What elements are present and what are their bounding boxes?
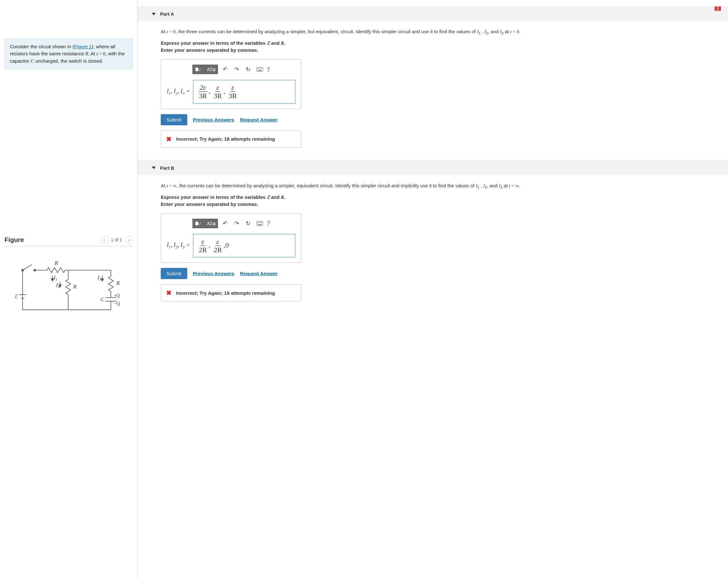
greek-symbols-button[interactable]: ΑΣφ: [205, 65, 218, 74]
part-a-feedback-text: Incorrect; Try Again; 18 attempts remain…: [176, 136, 275, 142]
svg-point-43: [261, 222, 262, 223]
svg-marker-21: [101, 279, 104, 281]
svg-text:I3: I3: [97, 275, 101, 281]
textbook-icon[interactable]: [714, 6, 722, 12]
figure-prev-button[interactable]: ‹: [100, 235, 108, 244]
answer-toolbar: √ ΑΣφ ↶ ↷ ↻ ?: [167, 65, 295, 74]
part-a-answer-box: √ ΑΣφ ↶ ↷ ↻ ? I1, I2, I3 =: [161, 59, 301, 109]
reset-icon[interactable]: ↻: [244, 219, 253, 228]
svg-point-33: [259, 68, 260, 69]
part-a-header[interactable]: Part A: [138, 6, 728, 21]
greek-symbols-button[interactable]: ΑΣφ: [205, 219, 218, 228]
svg-line-1: [23, 265, 32, 270]
undo-icon[interactable]: ↶: [221, 65, 230, 74]
svg-point-34: [260, 68, 261, 69]
part-a-question: At t = 0, the three currents can be dete…: [161, 28, 722, 36]
undo-icon[interactable]: ↶: [221, 219, 230, 228]
part-b-request-answer-link[interactable]: Request Answer: [240, 271, 278, 276]
help-icon[interactable]: ?: [267, 220, 270, 227]
label-Rright: R: [116, 280, 120, 286]
svg-point-35: [261, 68, 262, 69]
svg-text:I1: I1: [53, 275, 57, 281]
svg-point-2: [22, 270, 24, 271]
keyboard-icon[interactable]: [256, 65, 264, 74]
part-b-submit-button[interactable]: Submit: [161, 268, 187, 279]
part-a-answer-input[interactable]: 2ε3R, ε3R, ε3R: [193, 80, 295, 104]
svg-rect-31: [257, 68, 263, 72]
svg-rect-39: [257, 221, 263, 225]
caret-down-icon: [152, 13, 156, 15]
figure-counter: 1 of 1: [111, 237, 122, 242]
figure-heading: Figure ‹ 1 of 1 ›: [4, 235, 133, 246]
intro-text: Consider the circuit shown in (: [10, 44, 74, 49]
keyboard-icon[interactable]: [256, 219, 264, 228]
part-b-answer-input[interactable]: ε2R, ε2R,0: [193, 234, 295, 258]
part-b-feedback: ✖ Incorrect; Try Again; 19 attempts rema…: [161, 284, 301, 301]
svg-point-40: [258, 222, 258, 223]
figure-link[interactable]: Figure 1: [74, 44, 92, 49]
part-b-header[interactable]: Part B: [138, 160, 728, 175]
part-a-title: Part A: [160, 11, 174, 17]
x-icon: ✖: [166, 289, 172, 297]
svg-point-32: [258, 68, 258, 69]
figure-title: Figure: [4, 236, 24, 244]
svg-rect-29: [196, 68, 198, 71]
help-icon[interactable]: ?: [267, 66, 270, 73]
math-templates-button[interactable]: √: [192, 65, 205, 74]
caret-down-icon: [152, 167, 156, 169]
answer-label-b: I1, I2, I3 =: [167, 242, 190, 250]
circuit-figure: R R R I1 I2 I3 ℰ C +Q −Q: [4, 252, 133, 317]
part-a-hint: Express your answer in terms of the vari…: [161, 40, 722, 53]
label-Rtop: R: [54, 260, 58, 266]
part-a-feedback: ✖ Incorrect; Try Again; 18 attempts rema…: [161, 130, 301, 148]
part-b-hint: Express your answer in terms of the vari…: [161, 194, 722, 207]
part-b-question: At t = ∞, the currents can be determined…: [161, 182, 722, 190]
part-b-title: Part B: [160, 165, 174, 171]
svg-rect-44: [258, 224, 261, 225]
problem-intro: Consider the circuit shown in (Figure 1)…: [4, 39, 133, 69]
label-Rmid: R: [73, 284, 77, 290]
part-a-request-answer-link[interactable]: Request Answer: [240, 117, 278, 122]
x-icon: ✖: [166, 135, 172, 143]
redo-icon[interactable]: ↷: [233, 219, 241, 228]
svg-text:√: √: [199, 68, 201, 72]
part-a-submit-button[interactable]: Submit: [161, 114, 187, 125]
answer-label-a: I1, I2, I3 =: [167, 88, 190, 96]
reset-icon[interactable]: ↻: [244, 65, 253, 74]
svg-text:C: C: [100, 297, 104, 303]
part-b-previous-answers-link[interactable]: Previous Answers: [193, 271, 235, 276]
answer-toolbar: √ ΑΣφ ↶ ↷ ↻ ?: [167, 219, 295, 228]
svg-rect-37: [196, 222, 198, 225]
redo-icon[interactable]: ↷: [233, 65, 241, 74]
svg-rect-36: [258, 70, 261, 71]
svg-point-41: [259, 222, 260, 223]
svg-text:+Q: +Q: [114, 293, 120, 298]
svg-marker-17: [51, 279, 54, 281]
figure-next-button[interactable]: ›: [125, 235, 133, 244]
part-a-previous-answers-link[interactable]: Previous Answers: [193, 117, 235, 122]
svg-text:√: √: [199, 222, 201, 226]
svg-point-42: [260, 222, 261, 223]
svg-text:I2: I2: [56, 282, 60, 289]
svg-text:ℰ: ℰ: [15, 294, 18, 300]
math-templates-button[interactable]: √: [192, 219, 205, 228]
svg-text:−Q: −Q: [114, 301, 120, 306]
part-b-feedback-text: Incorrect; Try Again; 19 attempts remain…: [176, 290, 275, 296]
part-b-answer-box: √ ΑΣφ ↶ ↷ ↻ ? I1, I2, I3 =: [161, 213, 301, 263]
